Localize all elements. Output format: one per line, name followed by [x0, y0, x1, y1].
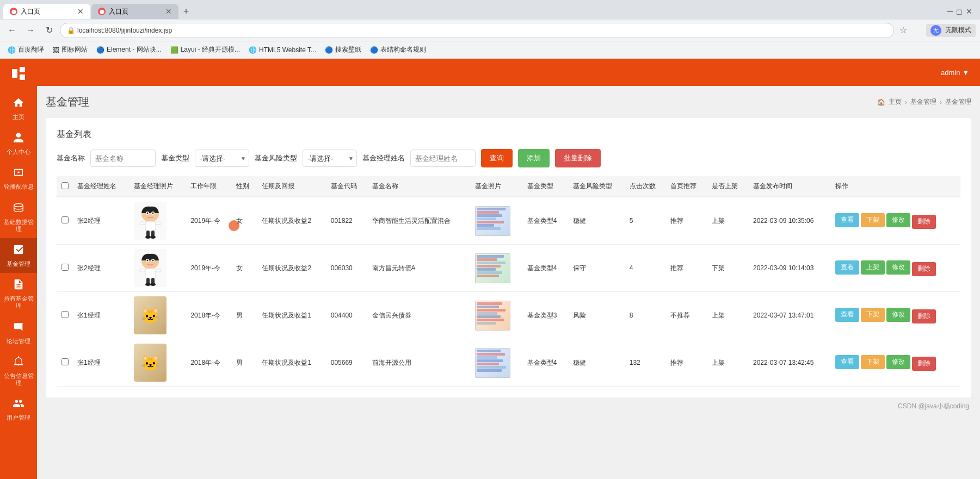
admin-label: admin ▼ — [941, 69, 969, 77]
th-work-years: 工作年限 — [186, 176, 232, 197]
row3-publish-time: 2022-03-07 13:47:01 — [749, 292, 831, 339]
row1-checkbox[interactable] — [61, 216, 69, 223]
fund-thumb-1 — [475, 206, 510, 236]
bookmark-label-1: 图标网站 — [61, 45, 88, 54]
th-risk-type: 基金风险类型 — [569, 176, 625, 197]
sidebar-item-forum[interactable]: 论坛管理 — [0, 315, 37, 350]
tab-close-2[interactable]: ✕ — [165, 7, 172, 16]
svg-rect-10 — [145, 221, 156, 231]
browser-tab-active[interactable]: ⬤ 入口页 ✕ — [3, 4, 90, 19]
th-code: 基金代码 — [326, 176, 368, 197]
row2-view-btn[interactable]: 查看 — [835, 260, 859, 275]
manager-photo-3: 🐱 — [134, 296, 167, 334]
bookmark-icon-site[interactable]: 🖼 图标网站 — [50, 44, 91, 55]
row4-work-years: 2018年-今 — [186, 339, 232, 387]
svg-rect-0 — [12, 69, 17, 78]
svg-rect-28 — [155, 269, 161, 272]
bookmark-table-naming[interactable]: 🔵 表结构命名规则 — [367, 44, 429, 55]
fund-name-input[interactable] — [90, 150, 156, 167]
sidebar-item-notice[interactable]: 公告信息管理 — [0, 350, 37, 392]
address-bar[interactable]: 🔒 localhost:8080/jijintouzi/index.jsp — [60, 23, 894, 38]
bookmark-icon-5: 🔵 — [325, 46, 333, 54]
table-header: 基金经理姓名 基金经理照片 工作年限 性别 任期及回报 基金代码 基金名称 基金… — [57, 176, 960, 197]
sidebar-item-personal[interactable]: 个人中心 — [0, 126, 37, 161]
row1-delete-btn[interactable]: 删除 — [912, 215, 936, 229]
row4-checkbox[interactable] — [61, 358, 69, 365]
sidebar-item-users[interactable]: 用户管理 — [0, 392, 37, 427]
sidebar-item-holdings[interactable]: 持有基金管理 — [0, 273, 37, 315]
bookmark-star[interactable]: ☆ — [899, 25, 907, 35]
row4-view-btn[interactable]: 查看 — [835, 355, 859, 369]
table-row: 张2经理 — [57, 245, 960, 292]
sidebar-label-personal: 个人中心 — [7, 148, 30, 155]
row3-checkbox[interactable] — [61, 311, 69, 318]
bookmark-icon-2: 🔵 — [96, 46, 104, 54]
row3-delete-btn[interactable]: 删除 — [912, 309, 936, 324]
svg-point-25 — [145, 283, 151, 286]
fund-type-select[interactable]: -请选择- — [195, 150, 249, 167]
sidebar-label-forum: 论坛管理 — [7, 338, 30, 345]
restore-btn[interactable]: ◻ — [956, 7, 963, 16]
minimize-btn[interactable]: ─ — [947, 7, 953, 16]
add-button[interactable]: 添加 — [518, 149, 550, 167]
sidebar-item-fund-mgmt[interactable]: 基金管理 — [0, 238, 37, 273]
row1-delist-btn[interactable]: 下架 — [861, 213, 885, 227]
back-button[interactable]: ← — [4, 23, 20, 38]
row1-view-btn[interactable]: 查看 — [835, 213, 859, 227]
sidebar-label-home: 主页 — [13, 114, 24, 121]
close-btn[interactable]: ✕ — [966, 7, 972, 16]
sidebar-item-carousel[interactable]: 轮播配信息 — [0, 161, 37, 196]
row3-fund-type: 基金类型3 — [523, 292, 569, 339]
row4-delist-btn[interactable]: 下架 — [861, 355, 885, 369]
admin-menu[interactable]: admin ▼ — [941, 69, 969, 77]
row3-delist-btn[interactable]: 下架 — [861, 308, 885, 322]
svg-rect-1 — [20, 67, 25, 72]
row4-action-btns: 查看 下架 修改 删除 — [835, 355, 956, 371]
select-all-checkbox[interactable] — [61, 182, 69, 189]
row3-edit-btn[interactable]: 修改 — [886, 308, 910, 322]
sidebar-label-fund: 基金管理 — [7, 260, 30, 268]
bookmark-element[interactable]: 🔵 Element - 网站块... — [93, 44, 165, 55]
browser-tab-inactive[interactable]: ⬤ 入口页 ✕ — [91, 4, 178, 19]
th-recommend: 首页推荐 — [666, 176, 707, 197]
batch-delete-button[interactable]: 批量删除 — [555, 149, 601, 167]
sidebar-item-basic-data[interactable]: 基础数据管理 — [0, 196, 37, 238]
database-icon — [13, 202, 24, 216]
bookmark-wallpaper[interactable]: 🔵 搜索壁纸 — [322, 44, 365, 55]
row2-edit-btn[interactable]: 修改 — [886, 260, 910, 275]
row3-view-btn[interactable]: 查看 — [835, 308, 859, 322]
svg-rect-22 — [145, 269, 156, 278]
new-tab-button[interactable]: + — [178, 4, 194, 19]
fund-risk-select[interactable]: -请选择- — [303, 150, 357, 167]
sidebar: 主页 个人中心 轮播配信息 基础数据管理 基金管理 — [0, 59, 37, 479]
row4-edit-btn[interactable]: 修改 — [886, 355, 910, 369]
bookmark-icon-4: 🌐 — [249, 46, 257, 54]
fund-list-card: 基金列表 基金名称 基金类型 -请选择- ▼ 基金风险类型 — [46, 118, 971, 397]
bookmark-layui[interactable]: 🟩 Layui - 经典开源模... — [167, 44, 243, 55]
url-text[interactable]: localhost:8080/jijintouzi/index.jsp — [77, 27, 887, 34]
bookmark-html5[interactable]: 🌐 HTML5 Website T... — [245, 45, 319, 55]
th-tenure: 任期及回报 — [257, 176, 326, 197]
row1-edit-btn[interactable]: 修改 — [886, 213, 910, 227]
row2-checkbox[interactable] — [61, 264, 69, 271]
fund-manager-input[interactable] — [410, 150, 476, 167]
reload-button[interactable]: ↻ — [41, 23, 57, 38]
fund-type-select-wrapper: -请选择- ▼ — [195, 150, 249, 167]
query-button[interactable]: 查询 — [481, 149, 513, 167]
row2-list-btn[interactable]: 上架 — [861, 260, 885, 275]
row4-delete-btn[interactable]: 删除 — [912, 357, 936, 371]
th-fund-photo: 基金照片 — [471, 176, 523, 197]
bookmark-baidu-translate[interactable]: 🌐 百度翻译 — [4, 44, 47, 55]
row2-delete-btn[interactable]: 删除 — [912, 262, 936, 276]
forward-button[interactable]: → — [23, 23, 38, 38]
th-manager-photo: 基金经理照片 — [130, 176, 186, 197]
browser-toolbar: ← → ↻ 🔒 localhost:8080/jijintouzi/index.… — [0, 20, 980, 41]
row1-work-years: 2019年-今 — [186, 197, 232, 245]
profile-button[interactable]: 无 无限模式 — [926, 24, 976, 37]
tab-close-1[interactable]: ✕ — [77, 7, 84, 16]
bookmark-label-4: HTML5 Website T... — [259, 46, 316, 54]
svg-rect-16 — [155, 222, 161, 225]
logo-icon — [10, 65, 27, 85]
sidebar-item-home[interactable]: 主页 — [0, 91, 37, 126]
row2-fund-photo — [471, 245, 523, 292]
